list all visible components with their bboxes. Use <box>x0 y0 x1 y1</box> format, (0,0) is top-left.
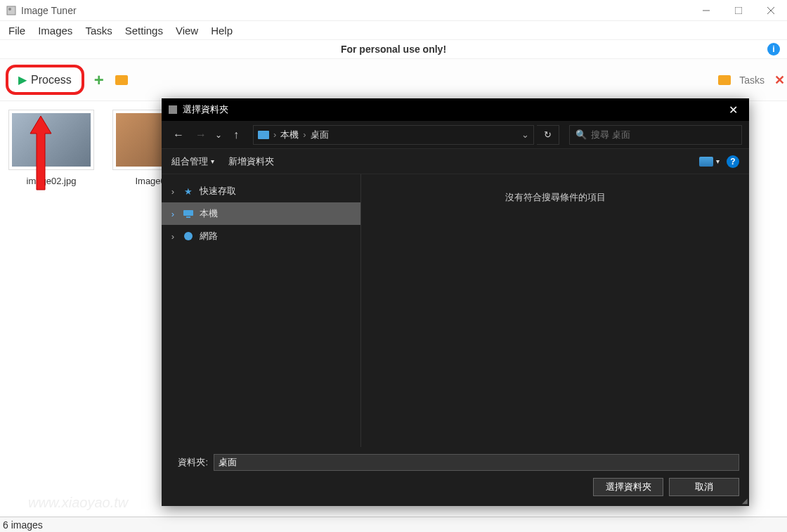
new-folder-button[interactable]: 新增資料夾 <box>228 155 274 168</box>
view-icon <box>699 157 713 167</box>
chevron-right-icon[interactable]: › <box>169 231 177 242</box>
svg-rect-7 <box>183 210 193 216</box>
svg-rect-6 <box>169 105 177 114</box>
process-label: Process <box>31 74 72 86</box>
back-button[interactable]: ← <box>169 125 188 145</box>
folder-input[interactable] <box>214 454 739 471</box>
svg-rect-3 <box>735 7 742 14</box>
folder-picker-dialog: 選擇資料夾 ✕ ← → ⌄ ↑ › 本機 › 桌面 ⌄ ↻ 🔍 組合管理 ▾ 新… <box>162 98 749 506</box>
folder-field-label: 資料夾: <box>171 456 208 469</box>
chevron-right-icon[interactable]: › <box>169 186 177 197</box>
status-text: 6 images <box>3 519 43 531</box>
search-icon: 🔍 <box>575 129 587 140</box>
annotation-arrow <box>27 112 55 199</box>
tree-panel: › ★ 快速存取 › 本機 › 網路 <box>162 174 361 447</box>
svg-rect-8 <box>186 216 190 218</box>
search-box[interactable]: 🔍 <box>569 125 742 145</box>
menu-tasks[interactable]: Tasks <box>79 22 117 39</box>
app-icon <box>6 5 17 16</box>
up-button[interactable]: ↑ <box>226 125 246 145</box>
content-panel: 沒有符合搜尋條件的項目 <box>361 174 749 447</box>
svg-point-1 <box>8 8 11 11</box>
statusbar: 6 images <box>0 517 787 532</box>
menu-file[interactable]: File <box>3 22 31 39</box>
dialog-nav: ← → ⌄ ↑ › 本機 › 桌面 ⌄ ↻ 🔍 <box>162 121 749 149</box>
network-icon <box>183 231 194 242</box>
resize-grip-icon[interactable]: ◢ <box>742 497 748 505</box>
svg-rect-0 <box>7 6 15 15</box>
search-input[interactable] <box>591 129 736 140</box>
chevron-right-icon: › <box>303 129 306 140</box>
chevron-down-icon: ▾ <box>716 157 720 165</box>
remove-icon[interactable]: ✕ <box>772 72 787 88</box>
window-controls <box>690 0 787 21</box>
cancel-button[interactable]: 取消 <box>669 478 739 496</box>
crumb[interactable]: 本機 <box>280 129 299 141</box>
tree-label: 本機 <box>200 207 218 220</box>
empty-message: 沒有符合搜尋條件的項目 <box>505 191 606 204</box>
breadcrumb[interactable]: › 本機 › 桌面 ⌄ <box>253 125 534 145</box>
view-menu[interactable]: ▾ <box>699 157 720 167</box>
menu-settings[interactable]: Settings <box>119 22 169 39</box>
menubar: File Images Tasks Settings View Help <box>0 21 787 39</box>
tree-quick-access[interactable]: › ★ 快速存取 <box>162 180 360 202</box>
chevron-right-icon[interactable]: › <box>169 209 177 219</box>
tasks-label: Tasks <box>739 74 765 86</box>
watermark: www.xiaoyao.tw <box>28 495 128 511</box>
add-icon[interactable]: + <box>91 72 107 88</box>
crumb[interactable]: 桌面 <box>311 129 329 141</box>
svg-point-9 <box>184 232 193 240</box>
close-button[interactable] <box>755 0 787 21</box>
dialog-icon <box>167 104 178 115</box>
dialog-close-button[interactable]: ✕ <box>717 98 749 121</box>
process-button[interactable]: ▶ Process <box>6 65 84 95</box>
select-folder-button[interactable]: 選擇資料夾 <box>593 478 663 496</box>
chevron-down-icon[interactable]: ⌄ <box>521 129 529 140</box>
recent-dropdown-icon[interactable]: ⌄ <box>214 125 223 145</box>
dialog-title: 選擇資料夾 <box>183 103 228 116</box>
chevron-down-icon: ▾ <box>211 157 214 165</box>
info-icon[interactable]: i <box>767 43 780 56</box>
toolbar: ▶ Process + Tasks ✕ <box>0 59 787 101</box>
tree-network[interactable]: › 網路 <box>162 225 360 247</box>
menu-images[interactable]: Images <box>32 22 78 39</box>
tree-label: 快速存取 <box>200 185 236 197</box>
folder-icon[interactable] <box>114 72 129 88</box>
app-title: Image Tuner <box>21 5 77 16</box>
tree-label: 網路 <box>200 230 218 242</box>
play-icon: ▶ <box>18 73 27 86</box>
pc-icon <box>258 131 269 139</box>
minimize-button[interactable] <box>690 0 722 21</box>
organize-menu[interactable]: 組合管理 ▾ <box>171 155 214 168</box>
tasks-folder-icon[interactable] <box>717 72 732 88</box>
dialog-footer: 資料夾: 選擇資料夾 取消 <box>162 447 749 506</box>
menu-view[interactable]: View <box>170 22 204 39</box>
refresh-button[interactable]: ↻ <box>537 125 559 145</box>
help-icon[interactable]: ? <box>727 155 739 168</box>
menu-help[interactable]: Help <box>205 22 238 39</box>
dialog-titlebar: 選擇資料夾 ✕ <box>162 98 749 121</box>
chevron-right-icon: › <box>273 129 276 140</box>
banner: For personal use only! i <box>0 39 787 59</box>
dialog-toolbar: 組合管理 ▾ 新增資料夾 ▾ ? <box>162 149 749 174</box>
forward-button[interactable]: → <box>191 125 211 145</box>
tree-this-pc[interactable]: › 本機 <box>162 202 360 225</box>
star-icon: ★ <box>183 186 194 197</box>
titlebar: Image Tuner <box>0 0 787 21</box>
banner-text: For personal use only! <box>341 44 446 55</box>
maximize-button[interactable] <box>722 0 755 21</box>
pc-icon <box>183 208 194 219</box>
dialog-body: › ★ 快速存取 › 本機 › 網路 沒有符合搜尋條件的項目 <box>162 174 749 447</box>
